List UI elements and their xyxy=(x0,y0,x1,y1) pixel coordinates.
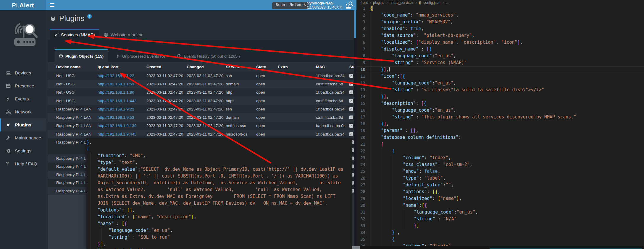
code-line: 32"string" : "N/A" xyxy=(356,216,644,222)
ip-port-link[interactable]: http://192.168.1.1:22 xyxy=(98,74,134,78)
breadcrumb-item[interactable]: config.json xyxy=(423,1,440,5)
status-checkbox[interactable]: ✓ xyxy=(349,90,353,94)
device-name-cell: Raspberry Pi 4 LAN xyxy=(56,156,87,161)
created-cell: 2023-03-11 02:47:20 xyxy=(146,123,187,128)
sidebar-item-maintenance[interactable]: Maintenance xyxy=(0,131,46,144)
tab-label: Plugin Objects (115) xyxy=(65,54,104,58)
status-checkbox[interactable]: ✓ xyxy=(349,74,353,78)
pialert-mini-logo-icon xyxy=(345,1,354,9)
line-number: 1 xyxy=(356,5,370,12)
column-header-mac[interactable]: MAC xyxy=(316,65,349,69)
clock-icon xyxy=(177,54,181,58)
code-line: "string" : "SQL to run" xyxy=(86,234,352,241)
status-checkbox[interactable]: ✓ xyxy=(349,82,353,86)
table-row: Raspberry Pi 4 LANhttp://192.168.1.9:445… xyxy=(48,130,354,138)
service-cell: ssh xyxy=(226,74,256,78)
tab-services-nmap[interactable]: Services (NMAP) xyxy=(50,29,99,40)
json-braces-icon: {} xyxy=(419,1,422,4)
sitemap-icon xyxy=(6,110,11,115)
code-line: 29"localized": ["name"], xyxy=(356,195,644,202)
table-row: Net - USGhttp://192.168.1.1:4432023-03-1… xyxy=(48,97,354,105)
ip-port-link[interactable]: http://192.168.1.9:445 xyxy=(98,132,136,136)
sidebar-item-plugins[interactable]: Plugins xyxy=(0,118,46,131)
resize-corner xyxy=(352,246,360,249)
code-line: "default_value":"SELECT dv.dev_Name as O… xyxy=(86,166,352,173)
line-number: 9 xyxy=(356,59,370,66)
help-badge[interactable]: ? xyxy=(87,14,92,19)
sidebar-item-devices[interactable]: Devices xyxy=(0,66,46,79)
sidebar-item-help-faq[interactable]: ?Help / FAQ xyxy=(0,157,46,170)
sidebar-item-label: Plugins xyxy=(15,122,31,128)
column-header-state[interactable]: State xyxy=(256,65,278,69)
created-cell: 2023-03-11 02:47:20 xyxy=(146,115,187,120)
mac-cell: 1f:ba:ff:ca:ba:34 xyxy=(316,90,349,95)
column-header-device-name[interactable]: Device name xyxy=(56,65,98,69)
line-number: 5 xyxy=(356,32,370,39)
state-cell: open xyxy=(256,123,278,128)
code-line: "language_code":"en_us", xyxy=(86,227,352,234)
ip-port-link[interactable]: http://192.168.1.9:139 xyxy=(98,123,136,128)
code-line: 3"unique_prefix": "NMAPSRV", xyxy=(356,19,644,25)
code-line: 14}], xyxy=(356,93,644,100)
ip-port-link[interactable]: http://192.168.1.1:80 xyxy=(98,90,134,95)
editor-code-area: 1{2"code_name": "nmap_services",3"unique… xyxy=(356,5,644,249)
column-header-extra[interactable]: Extra xyxy=(278,65,316,69)
sidebar: DevicesPresenceEventsNetworkPluginsMaint… xyxy=(0,10,46,249)
page-header: Plugins ? xyxy=(50,14,92,24)
mac-cell: ca:ff:ff:ca:ba:6d xyxy=(316,115,349,120)
current-device-info[interactable]: Synology-NAS (11/03/2023, 15:46:07) xyxy=(307,1,343,9)
laptop-icon xyxy=(6,71,11,76)
ip-port-link[interactable]: http://192.168.1.9:22 xyxy=(98,107,134,111)
globe-icon xyxy=(104,32,108,37)
sidebar-item-network[interactable]: Network xyxy=(0,105,46,118)
brand-pi: Pi. xyxy=(12,2,19,9)
tab-website-monitor[interactable]: Website monitor xyxy=(99,29,147,40)
breadcrumb-item[interactable]: ... xyxy=(446,1,449,5)
sidebar-item-events[interactable]: Events xyxy=(0,92,46,105)
changed-cell: 2023-03-11 02:47:20 xyxy=(187,123,226,128)
state-cell: open xyxy=(256,82,278,86)
brand-alert: Alert xyxy=(20,2,34,9)
menu-toggle-icon[interactable] xyxy=(50,3,54,8)
code-line: 10}], xyxy=(356,66,644,73)
mac-cell: 1f:ba:ff:ca:ba:34 xyxy=(316,107,349,111)
column-header-changed[interactable]: Changed xyxy=(187,65,226,69)
ip-port-link[interactable]: http://192.168.1.1:443 xyxy=(98,99,136,103)
code-line: 5"data_source": "pialert-db-query", xyxy=(356,32,644,39)
device-name-cell: Net - USG xyxy=(56,82,98,86)
window-edge-strip xyxy=(354,10,356,38)
status-checkbox[interactable]: ✓ xyxy=(349,115,353,119)
subtab-events-history-50-out-of-1265[interactable]: Events History (50 out of 1265 ) xyxy=(173,49,244,62)
subtab-unprocessed-events-0[interactable]: Unprocessed Events (0) xyxy=(112,49,169,62)
created-cell: 2023-03-11 02:47:20 xyxy=(146,90,187,95)
code-line: 26"type": "label", xyxy=(356,175,644,182)
breadcrumb-item[interactable]: front xyxy=(361,1,368,5)
line-number: 16 xyxy=(356,107,370,114)
status-checkbox[interactable]: ✓ xyxy=(349,132,353,136)
state-cell: open xyxy=(256,90,278,95)
vscode-editor[interactable]: front›plugins›nmap_services›{}config.jso… xyxy=(356,0,644,249)
sidebar-item-presence[interactable]: Presence xyxy=(0,79,46,92)
breadcrumb-item[interactable]: plugins xyxy=(373,1,384,5)
column-header-ip-and-port[interactable]: Ip and Port xyxy=(98,65,146,69)
status-checkbox[interactable]: ✓ xyxy=(349,99,353,103)
code-line: 31"language_code":"en_us", xyxy=(356,209,644,216)
status-checkbox[interactable]: ✓ xyxy=(349,107,353,111)
ip-port-link[interactable]: http://192.168.1.9:53 xyxy=(98,115,134,120)
device-name-cell: Raspberry Pi 4 LAN xyxy=(56,123,98,128)
breadcrumb-item[interactable]: nmap_services xyxy=(390,1,414,5)
subtab-plugin-objects-115[interactable]: Plugin Objects (115) xyxy=(55,49,108,62)
column-header-created[interactable]: Created xyxy=(146,65,187,69)
state-cell: open xyxy=(256,115,278,120)
table-row: Net - USGhttp://192.168.1.1:802023-03-11… xyxy=(48,88,354,97)
code-line: 15"description": [{ xyxy=(356,100,644,107)
code-overlay-window[interactable]: },{"function": "CMD","type": "text","def… xyxy=(86,138,352,249)
plug-icon xyxy=(6,123,11,128)
line-number: 26 xyxy=(356,175,370,182)
service-cell: netbios-ssn xyxy=(226,123,256,128)
app-scrollbar[interactable] xyxy=(354,10,356,249)
ip-port-link[interactable]: http://192.168.1.1:53 xyxy=(98,82,134,86)
status-checkbox[interactable]: ✓ xyxy=(349,124,353,128)
column-header-service[interactable]: Service xyxy=(226,65,256,69)
sidebar-item-settings[interactable]: Settings xyxy=(0,144,46,157)
